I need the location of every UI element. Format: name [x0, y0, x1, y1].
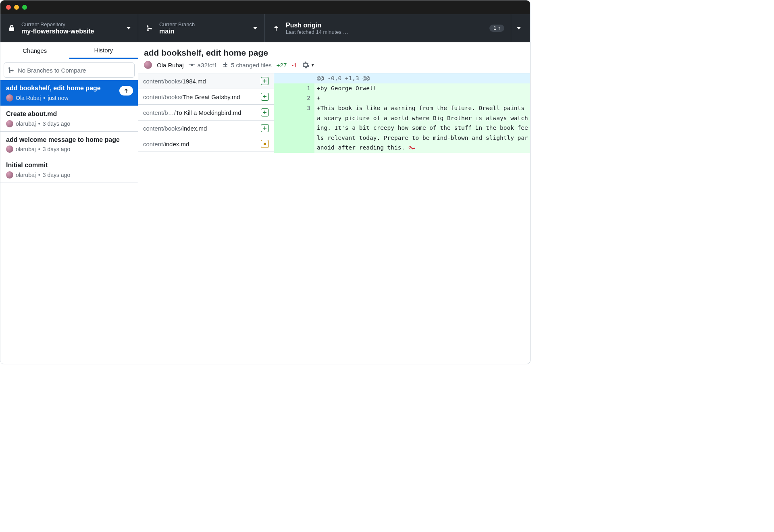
repo-name: my-flowershow-website [21, 27, 94, 35]
changed-files: 5 changed files [222, 62, 272, 69]
file-status-icon: + [261, 93, 269, 101]
commit-item-title: Create about.md [6, 110, 132, 118]
file-row[interactable]: content/books/index.md+ [138, 121, 274, 136]
commit-item-time: 3 days ago [43, 121, 71, 127]
branch-label: Current Branch [159, 21, 195, 28]
commit-item-author: Ola Rubaj [16, 95, 41, 101]
commit-item[interactable]: Create about.mdolarubaj•3 days ago [0, 106, 138, 132]
gear-icon [302, 61, 309, 69]
avatar [6, 171, 13, 179]
commit-item-author: olarubaj [16, 146, 36, 152]
diff-line: 1+by George Orwell [274, 83, 530, 94]
zoom-window-button[interactable] [22, 5, 27, 10]
commit-list: add bookshelf, edit home pageOla Rubaj•j… [0, 80, 138, 364]
push-indicator [119, 86, 133, 96]
chevron-down-icon [253, 27, 257, 29]
sidebar: Changes History No Branches to Compare a… [0, 42, 138, 364]
avatar [144, 61, 152, 69]
commit-icon [189, 62, 195, 68]
file-status-icon: + [261, 124, 269, 132]
close-window-button[interactable] [6, 5, 11, 10]
git-branch-icon [8, 67, 15, 73]
commit-detail: add bookshelf, edit home page Ola Rubaj … [138, 42, 530, 364]
git-branch-icon [146, 25, 154, 31]
file-path: content/books/The Great Gatsby.md [143, 94, 258, 100]
file-status-icon: + [261, 108, 269, 116]
commit-sha: a32fcf1 [189, 62, 217, 69]
commit-item-title: add bookshelf, edit home page [6, 84, 132, 93]
file-path: content/books/index.md [143, 125, 258, 132]
diff-area: content/books/1984.md+content/books/The … [138, 73, 530, 364]
commit-item-time: 3 days ago [43, 146, 71, 152]
toolbar: Current Repository my-flowershow-website… [0, 14, 530, 42]
diff-view[interactable]: @@ -0,0 +1,3 @@1+by George Orwell2+3+Thi… [274, 73, 530, 364]
diff-line: 2+ [274, 93, 530, 103]
additions-count: +27 [277, 62, 287, 69]
avatar [6, 120, 13, 127]
file-list: content/books/1984.md+content/books/The … [138, 73, 274, 364]
commit-title: add bookshelf, edit home page [144, 48, 524, 58]
lock-icon [8, 25, 16, 31]
file-row[interactable]: content/books/The Great Gatsby.md+ [138, 89, 274, 105]
avatar [6, 145, 13, 153]
compare-branches-select[interactable]: No Branches to Compare [4, 62, 135, 78]
push-count-badge: 1↑ [489, 25, 504, 32]
arrow-up-icon [272, 25, 280, 31]
commit-item-author: olarubaj [16, 121, 36, 127]
branch-switcher[interactable]: Current Branch main [138, 14, 265, 42]
repo-switcher[interactable]: Current Repository my-flowershow-website [0, 14, 138, 42]
tab-changes[interactable]: Changes [0, 42, 69, 59]
commit-item-author: olarubaj [16, 172, 36, 178]
diff-line: 3+This book is like a warning from the f… [274, 103, 530, 153]
traffic-lights [6, 5, 27, 10]
commit-author: Ola Rubaj [157, 62, 184, 69]
branch-name: main [159, 27, 195, 35]
commit-item-title: Initial commit [6, 161, 132, 170]
file-row[interactable]: content/books/1984.md+ [138, 73, 274, 89]
minimize-window-button[interactable] [14, 5, 19, 10]
push-button[interactable]: Push origin Last fetched 14 minutes … 1↑ [265, 14, 530, 42]
file-path: content/index.md [143, 141, 258, 148]
push-dropdown[interactable] [511, 14, 526, 42]
file-status-icon [261, 140, 269, 148]
diff-settings-button[interactable]: ▼ [302, 61, 315, 69]
file-row[interactable]: content/index.md [138, 136, 274, 152]
file-status-icon: + [261, 77, 269, 85]
diff-hunk-header: @@ -0,0 +1,3 @@ [274, 73, 530, 83]
commit-item[interactable]: Initial commitolarubaj•3 days ago [0, 157, 138, 183]
file-path: content/b…/To Kill a Mockingbird.md [143, 109, 258, 116]
titlebar [0, 0, 530, 14]
sidebar-tabs: Changes History [0, 42, 138, 59]
content: Changes History No Branches to Compare a… [0, 42, 530, 364]
avatar [6, 94, 13, 102]
commit-item-time: 3 days ago [43, 172, 71, 178]
commit-item-time: just now [48, 95, 68, 101]
commit-item-title: add welcome message to home page [6, 136, 132, 144]
app-window: Current Repository my-flowershow-website… [0, 0, 531, 364]
file-path: content/books/1984.md [143, 78, 258, 85]
commit-item[interactable]: add welcome message to home pageolarubaj… [0, 132, 138, 158]
push-sublabel: Last fetched 14 minutes … [286, 29, 348, 35]
deletions-count: -1 [291, 62, 297, 69]
chevron-down-icon [517, 27, 521, 29]
compare-placeholder: No Branches to Compare [18, 67, 86, 74]
push-label: Push origin [286, 21, 348, 29]
chevron-down-icon [127, 27, 131, 29]
repo-label: Current Repository [21, 21, 94, 28]
commit-header: add bookshelf, edit home page Ola Rubaj … [138, 42, 530, 73]
file-row[interactable]: content/b…/To Kill a Mockingbird.md+ [138, 105, 274, 121]
commit-item[interactable]: add bookshelf, edit home pageOla Rubaj•j… [0, 80, 138, 106]
diff-icon [222, 62, 229, 68]
tab-history[interactable]: History [69, 42, 138, 59]
